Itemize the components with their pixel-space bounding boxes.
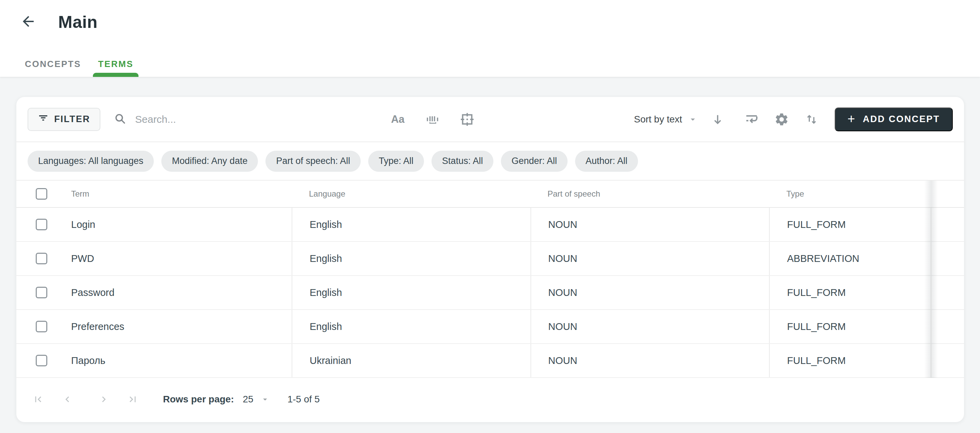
column-header-part-of-speech: Part of speech xyxy=(530,189,769,199)
last-page-icon[interactable] xyxy=(127,393,138,405)
whole-word-barcode-icon[interactable] xyxy=(424,111,441,128)
import-export-arrows-icon[interactable] xyxy=(803,111,820,128)
filter-icon xyxy=(38,113,49,126)
column-header-term: Term xyxy=(54,189,292,199)
tab-terms[interactable]: TERMS xyxy=(89,51,142,77)
row-checkbox[interactable] xyxy=(36,321,47,332)
tab-concepts[interactable]: CONCEPTS xyxy=(16,51,89,77)
term-cell: Пароль xyxy=(54,344,292,377)
active-tab-indicator xyxy=(93,73,138,77)
add-concept-button[interactable]: + ADD CONCEPT xyxy=(835,108,953,131)
language-cell: English xyxy=(292,242,530,275)
table-row[interactable]: Login English NOUN FULL_FORM xyxy=(16,208,964,242)
pinned-cell xyxy=(931,208,964,241)
language-cell: English xyxy=(292,276,530,309)
app-header: Main CONCEPTS TERMS xyxy=(0,0,980,77)
match-case-icon[interactable]: Aa xyxy=(390,111,406,128)
row-checkbox[interactable] xyxy=(36,253,47,264)
chip-languages[interactable]: Languages: All languages xyxy=(27,151,154,172)
filter-chips-row: Languages: All languages Modified: Any d… xyxy=(16,142,964,181)
terms-table: Term Language Part of speech Type Login … xyxy=(16,181,964,378)
first-page-icon[interactable] xyxy=(32,393,44,405)
part-of-speech-cell: NOUN xyxy=(530,310,769,343)
type-cell: FULL_FORM xyxy=(769,344,931,377)
type-cell: FULL_FORM xyxy=(769,310,931,343)
title-row: Main xyxy=(0,0,980,32)
select-all-checkbox[interactable] xyxy=(36,188,47,200)
dropdown-caret-icon xyxy=(688,114,698,124)
column-header-language: Language xyxy=(292,189,530,199)
chip-modified[interactable]: Modified: Any date xyxy=(161,151,258,172)
select-frame-icon[interactable] xyxy=(459,111,476,128)
pinned-cell xyxy=(931,310,964,343)
pagination-range: 1-5 of 5 xyxy=(288,394,320,405)
part-of-speech-cell: NOUN xyxy=(530,344,769,377)
part-of-speech-cell: NOUN xyxy=(530,276,769,309)
back-button[interactable] xyxy=(19,13,37,31)
wrap-text-icon[interactable] xyxy=(743,111,760,128)
rows-per-page-value[interactable]: 25 xyxy=(243,394,253,405)
settings-gear-icon[interactable] xyxy=(773,111,790,128)
chip-part-of-speech[interactable]: Part of speech: All xyxy=(266,151,361,172)
type-cell: FULL_FORM xyxy=(769,276,931,309)
row-checkbox[interactable] xyxy=(36,287,47,298)
search-field xyxy=(114,113,390,126)
rows-per-page-caret-icon[interactable] xyxy=(260,395,270,404)
type-cell: ABBREVIATION xyxy=(769,242,931,275)
filter-button[interactable]: FILTER xyxy=(27,108,100,131)
language-cell: Ukrainian xyxy=(292,344,530,377)
table-row[interactable]: Password English NOUN FULL_FORM xyxy=(16,276,964,310)
type-cell: FULL_FORM xyxy=(769,208,931,241)
sort-direction-arrow-icon[interactable] xyxy=(710,111,726,128)
tab-concepts-label: CONCEPTS xyxy=(25,59,81,70)
arrow-back-icon xyxy=(20,13,37,31)
next-page-icon[interactable] xyxy=(98,393,110,405)
search-icon xyxy=(114,113,126,126)
sort-by-dropdown[interactable]: Sort by text xyxy=(634,114,698,125)
sort-by-label: Sort by text xyxy=(634,114,682,125)
pinned-cell xyxy=(931,344,964,377)
table-row[interactable]: Preferences English NOUN FULL_FORM xyxy=(16,310,964,344)
toolbar: FILTER Aa xyxy=(16,97,964,142)
add-concept-label: ADD CONCEPT xyxy=(862,114,940,124)
part-of-speech-cell: NOUN xyxy=(530,242,769,275)
column-header-type: Type xyxy=(769,189,931,199)
rows-per-page-label: Rows per page: xyxy=(163,394,234,405)
term-cell: Password xyxy=(54,276,292,309)
language-cell: English xyxy=(292,208,530,241)
table-action-icons xyxy=(743,111,820,128)
chip-gender[interactable]: Gender: All xyxy=(501,151,568,172)
row-checkbox[interactable] xyxy=(36,219,47,230)
tabs: CONCEPTS TERMS xyxy=(16,51,142,77)
previous-page-icon[interactable] xyxy=(62,393,73,405)
select-all-cell xyxy=(16,188,54,200)
terms-page: Main CONCEPTS TERMS FILTER xyxy=(0,0,980,433)
table-row[interactable]: Пароль Ukrainian NOUN FULL_FORM xyxy=(16,344,964,378)
search-input[interactable] xyxy=(135,114,390,125)
search-option-icons: Aa xyxy=(390,111,476,128)
table-header-row: Term Language Part of speech Type xyxy=(16,181,964,208)
terms-card: FILTER Aa xyxy=(16,97,964,422)
term-cell: Preferences xyxy=(54,310,292,343)
language-cell: English xyxy=(292,310,530,343)
chip-status[interactable]: Status: All xyxy=(431,151,493,172)
pagination-bar: Rows per page: 25 1-5 of 5 xyxy=(16,378,964,421)
chip-type[interactable]: Type: All xyxy=(368,151,424,172)
pinned-cell xyxy=(931,242,964,275)
table-row[interactable]: PWD English NOUN ABBREVIATION xyxy=(16,242,964,276)
row-checkbox[interactable] xyxy=(36,355,47,366)
term-cell: Login xyxy=(54,208,292,241)
filter-button-label: FILTER xyxy=(54,114,90,124)
part-of-speech-cell: NOUN xyxy=(530,208,769,241)
tab-terms-label: TERMS xyxy=(98,59,134,70)
pinned-cell xyxy=(931,276,964,309)
chip-author[interactable]: Author: All xyxy=(575,151,638,172)
term-cell: PWD xyxy=(54,242,292,275)
page-title: Main xyxy=(58,12,98,32)
